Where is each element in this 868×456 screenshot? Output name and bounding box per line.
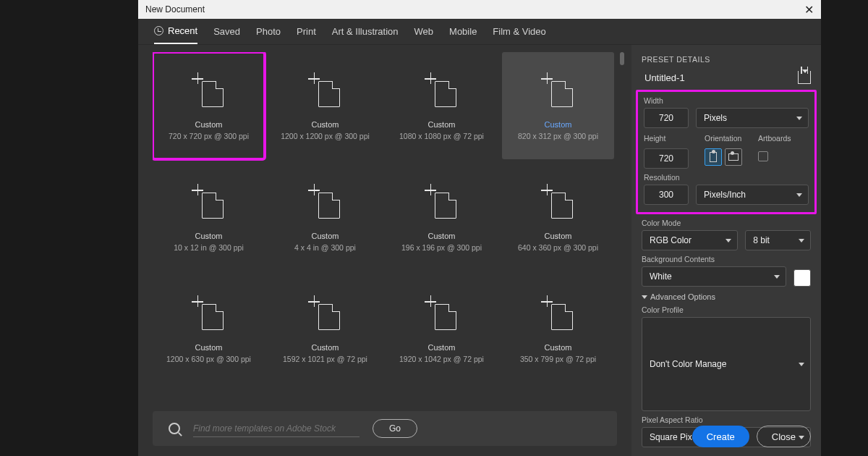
- document-icon: [425, 182, 459, 219]
- orientation-label: Orientation: [705, 134, 742, 143]
- preset-tile[interactable]: Custom1920 x 1042 px @ 72 ppi: [386, 275, 498, 382]
- tab-label: Saved: [213, 26, 240, 37]
- resolution-unit-select[interactable]: Pixels/Inch: [696, 185, 809, 205]
- width-input[interactable]: [644, 108, 689, 128]
- chevron-down-icon: [796, 117, 802, 120]
- tab-mobile[interactable]: Mobile: [449, 19, 477, 44]
- advanced-options-toggle[interactable]: Advanced Options: [642, 292, 811, 301]
- tab-saved[interactable]: Saved: [213, 19, 240, 44]
- preset-dimensions: 350 x 799 px @ 72 ppi: [520, 355, 596, 363]
- preset-tile[interactable]: Custom1080 x 1080 px @ 72 ppi: [386, 52, 498, 159]
- select-value: Don't Color Manage: [650, 359, 726, 369]
- title-bar: New Document ✕: [138, 0, 821, 19]
- category-tabs: Recent Saved Photo Print Art & Illustrat…: [138, 19, 821, 45]
- document-icon: [308, 294, 343, 330]
- tab-web[interactable]: Web: [414, 19, 434, 44]
- scrollbar-thumb[interactable]: [620, 52, 624, 65]
- preset-name: Custom: [545, 343, 572, 352]
- preset-details-panel: PRESET DETAILS Untitled-1 Width Pixels: [631, 45, 821, 456]
- preset-name: Custom: [312, 120, 339, 129]
- preset-tile[interactable]: Custom196 x 196 px @ 300 ppi: [386, 164, 498, 271]
- search-input[interactable]: [193, 421, 359, 437]
- document-icon: [541, 294, 576, 330]
- chevron-down-icon: [799, 239, 804, 242]
- preset-tile[interactable]: Custom1200 x 630 px @ 300 ppi: [153, 275, 265, 382]
- bgcontents-select[interactable]: White: [642, 266, 786, 287]
- preset-dimensions: 1080 x 1080 px @ 72 ppi: [399, 132, 484, 140]
- preset-name: Custom: [195, 232, 223, 240]
- preset-name: Custom: [195, 343, 223, 352]
- preset-dimensions: 10 x 12 in @ 300 ppi: [174, 243, 243, 252]
- preset-tile[interactable]: Custom10 x 12 in @ 300 ppi: [153, 164, 265, 271]
- create-button[interactable]: Create: [692, 426, 749, 447]
- title-text: New Document: [145, 4, 205, 14]
- preset-dimensions: 1200 x 1200 px @ 300 ppi: [281, 132, 370, 140]
- height-input[interactable]: [644, 148, 689, 169]
- preset-tile[interactable]: Custom350 x 799 px @ 72 ppi: [502, 275, 614, 382]
- preset-name: Custom: [428, 232, 456, 240]
- clock-icon: [154, 26, 163, 35]
- search-bar: Go: [153, 411, 617, 446]
- colormode-select[interactable]: RGB Color: [642, 230, 738, 250]
- close-button[interactable]: Close: [757, 426, 811, 447]
- select-value: White: [650, 271, 672, 282]
- artboards-label: Artboards: [758, 134, 791, 143]
- colorprofile-label: Color Profile: [642, 305, 811, 314]
- preset-dimensions: 1592 x 1021 px @ 72 ppi: [283, 355, 367, 363]
- resolution-label: Resolution: [644, 173, 809, 182]
- chevron-down-icon: [726, 239, 731, 242]
- orientation-portrait[interactable]: [705, 148, 722, 166]
- tab-label: Mobile: [449, 26, 477, 37]
- document-icon: [541, 71, 576, 107]
- document-icon: [308, 71, 343, 107]
- tab-label: Recent: [168, 25, 197, 36]
- preset-name: Custom: [428, 120, 456, 129]
- size-highlight-box: Width Pixels Height Orientation: [636, 90, 817, 214]
- tab-photo[interactable]: Photo: [256, 19, 281, 44]
- tab-art[interactable]: Art & Illustration: [332, 19, 399, 44]
- preset-name: Custom: [195, 120, 223, 129]
- bitdepth-select[interactable]: 8 bit: [745, 230, 811, 250]
- new-document-dialog: New Document ✕ Recent Saved Photo Print …: [138, 0, 821, 456]
- preset-dimensions: 868 x 456 px @ 300 ppi: [166, 355, 251, 363]
- document-icon: [541, 182, 576, 219]
- width-unit-select[interactable]: Pixels: [696, 108, 809, 128]
- width-label: Width: [644, 96, 809, 105]
- tab-print[interactable]: Print: [297, 19, 316, 44]
- document-icon: [192, 71, 226, 107]
- chevron-down-icon: [774, 275, 780, 279]
- document-name[interactable]: Untitled-1: [642, 72, 685, 83]
- bg-color-swatch[interactable]: [793, 269, 811, 287]
- preset-tile[interactable]: Custom1200 x 1200 px @ 300 ppi: [269, 52, 381, 159]
- bgcontents-label: Background Contents: [642, 255, 811, 263]
- scrollbar[interactable]: [618, 52, 626, 408]
- resolution-input[interactable]: [644, 185, 689, 205]
- preset-grid: Custom720 x 720 px @ 300 ppiCustom1200 x…: [153, 52, 626, 382]
- preset-tile[interactable]: Custom720 x 720 px @ 300 ppi: [153, 52, 265, 159]
- select-value: RGB Color: [650, 235, 692, 245]
- save-preset-icon[interactable]: [798, 71, 811, 84]
- select-value: 8 bit: [753, 235, 770, 245]
- preset-panel: Custom720 x 720 px @ 300 ppiCustom1200 x…: [138, 45, 631, 456]
- go-button[interactable]: Go: [373, 419, 417, 438]
- chevron-down-icon: [796, 193, 802, 197]
- orientation-landscape[interactable]: [725, 148, 742, 166]
- document-icon: [192, 182, 226, 219]
- tab-label: Art & Illustration: [332, 26, 399, 37]
- preset-tile[interactable]: Custom820 x 312 px @ 300 ppi: [502, 52, 614, 159]
- colormode-label: Color Mode: [642, 219, 811, 227]
- colorprofile-select[interactable]: Don't Color Manage: [642, 317, 811, 411]
- artboards-checkbox[interactable]: [758, 151, 768, 161]
- tab-label: Print: [297, 26, 316, 37]
- preset-tile[interactable]: Custom4 x 4 in @ 300 ppi: [269, 164, 381, 271]
- search-icon: [169, 423, 180, 434]
- advanced-label: Advanced Options: [650, 292, 715, 301]
- close-icon[interactable]: ✕: [804, 3, 814, 17]
- document-icon: [308, 182, 343, 219]
- tab-label: Web: [414, 26, 434, 37]
- preset-name: Custom: [545, 232, 572, 240]
- preset-tile[interactable]: Custom1592 x 1021 px @ 72 ppi: [269, 275, 381, 382]
- tab-film[interactable]: Film & Video: [493, 19, 545, 44]
- preset-tile[interactable]: Custom640 x 360 px @ 300 ppi: [502, 164, 614, 271]
- tab-recent[interactable]: Recent: [154, 19, 197, 44]
